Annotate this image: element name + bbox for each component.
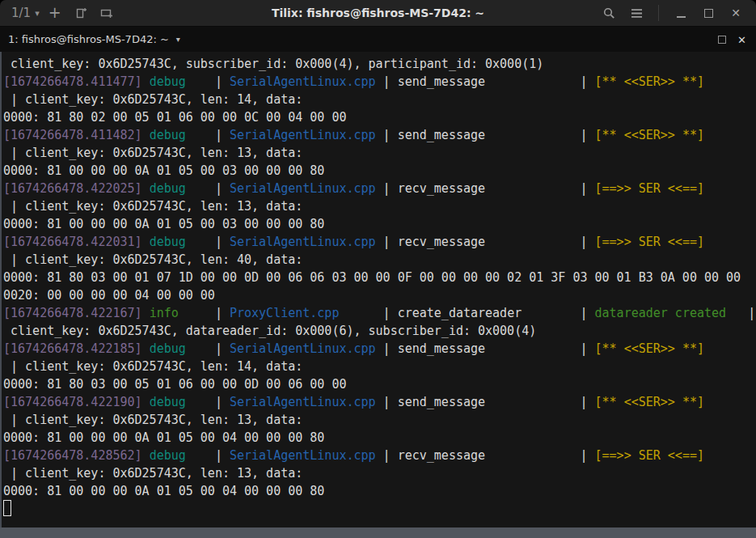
terminal-line: 0000: 81 00 00 00 0A 01 05 00 03 00 00 0… [3, 162, 756, 180]
new-session-button[interactable]: + [44, 2, 65, 23]
terminal-line: [1674266478.422025] debug | SerialAgentL… [3, 180, 756, 197]
terminal-line: | client_key: 0x6D25743C, len: 14, data: [3, 91, 756, 108]
close-window-button[interactable]: ✕ [725, 2, 746, 23]
maximize-icon [704, 9, 713, 18]
titlebar-separator [658, 5, 659, 21]
split-down-icon [99, 6, 113, 19]
terminal-line: | client_key: 0x6D25743C, len: 13, data: [3, 464, 756, 482]
terminal-line: client_key: 0x6D25743C, subscriber_id: 0… [3, 55, 756, 73]
terminal-line: 0000: 81 80 02 00 05 01 06 00 00 0C 00 0… [3, 108, 756, 126]
tilix-window: 1/1 ▾ + [0, 0, 756, 538]
terminal-line: [1674266478.428562] debug | SerialAgentL… [3, 447, 756, 464]
terminal-line: 0020: 00 00 00 00 04 00 00 00 [3, 286, 756, 304]
split-right-icon [74, 6, 87, 19]
terminal-line: | client_key: 0x6D25743C, len: 13, data: [3, 197, 756, 215]
hamburger-menu-icon [631, 8, 643, 19]
close-session-button[interactable]: ✕ [737, 32, 746, 47]
terminal-line: client_key: 0x6D25743C, datareader_id: 0… [3, 322, 756, 340]
terminal-line: [1674266478.422031] debug | SerialAgentL… [3, 233, 756, 251]
close-icon: ✕ [731, 7, 741, 19]
restore-icon [718, 36, 726, 44]
terminal-line: | client_key: 0x6D25743C, len: 40, data: [3, 251, 756, 269]
terminal-line: 0000: 81 00 00 00 0A 01 05 00 03 00 00 0… [3, 215, 756, 233]
plus-icon: + [49, 5, 61, 20]
maximize-button[interactable] [698, 2, 719, 23]
window-title: Tilix: fishros@fishros-MS-7D42: ~ [272, 6, 484, 19]
search-icon [602, 6, 616, 20]
split-terminal-down-button[interactable] [96, 2, 117, 23]
terminal-line: [1674266478.411482] debug | SerialAgentL… [3, 126, 756, 144]
terminal-line: | client_key: 0x6D25743C, len: 13, data: [3, 144, 756, 162]
tab-session-1[interactable]: 1: fishros@fishros-MS-7D42: ~ ▾ [0, 33, 180, 45]
tab-bar: 1: fishros@fishros-MS-7D42: ~ ▾ ✕ [0, 27, 756, 52]
session-counter-dropdown[interactable]: 1/1 ▾ [11, 6, 40, 20]
terminal-line: [1674266478.422190] debug | SerialAgentL… [3, 393, 756, 411]
search-button[interactable] [598, 2, 619, 23]
terminal-line: 0000: 81 80 03 00 05 01 06 00 00 0D 00 0… [3, 375, 756, 393]
session-close-icon: ✕ [737, 34, 746, 46]
session-counter-label: 1/1 [11, 6, 31, 20]
terminal-cursor [3, 500, 11, 516]
terminal-line: [1674266478.411477] debug | SerialAgentL… [3, 73, 756, 91]
terminal-line: 0000: 81 00 00 00 0A 01 05 00 04 00 00 0… [3, 429, 756, 447]
chevron-down-icon: ▾ [35, 9, 40, 18]
window-bottom-edge [0, 527, 756, 538]
terminal-line: 0000: 81 80 03 00 01 07 1D 00 00 0D 00 0… [3, 269, 756, 286]
split-terminal-right-button[interactable] [70, 2, 91, 23]
tab-chevron-down-icon: ▾ [176, 36, 180, 44]
minimize-button[interactable] [670, 2, 691, 23]
terminal-line: | client_key: 0x6D25743C, len: 14, data: [3, 358, 756, 375]
terminal-output: client_key: 0x6D25743C, subscriber_id: 0… [3, 55, 756, 500]
menu-button[interactable] [626, 2, 647, 23]
terminal[interactable]: client_key: 0x6D25743C, subscriber_id: 0… [0, 52, 756, 527]
titlebar[interactable]: 1/1 ▾ + [0, 0, 756, 27]
minimize-icon [677, 16, 686, 18]
tab-title: 1: fishros@fishros-MS-7D42: ~ [8, 33, 169, 45]
terminal-maximize-button[interactable] [718, 36, 726, 44]
terminal-line: [1674266478.422167] info | ProxyClient.c… [3, 304, 756, 322]
terminal-line: | client_key: 0x6D25743C, len: 13, data: [3, 411, 756, 429]
terminal-line: [1674266478.422185] debug | SerialAgentL… [3, 340, 756, 358]
terminal-prompt-line [3, 500, 756, 518]
terminal-line: 0000: 81 00 00 00 0A 01 05 00 04 00 00 0… [3, 482, 756, 500]
